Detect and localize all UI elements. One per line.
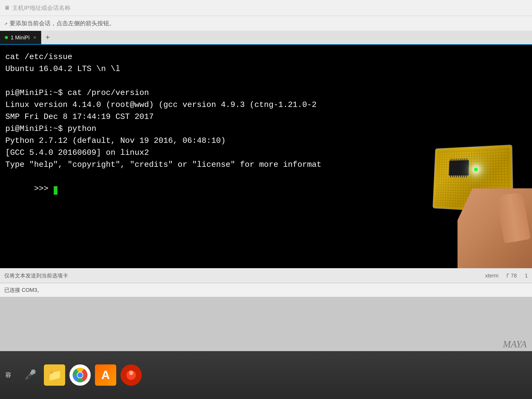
status-left-text: 仅将文本发送到当前选项卡: [4, 272, 68, 279]
hint-text: 要添加当前会话，点击左侧的箭头按钮。: [10, 19, 115, 27]
hardware-overlay: [410, 140, 532, 268]
status-bar: 仅将文本发送到当前选项卡 xterm Γ 78 1: [0, 268, 532, 283]
arrow-icon: ↗: [4, 20, 7, 27]
bottom-status-bar: 已连接 COM3。: [0, 283, 532, 297]
tab-close-button[interactable]: ×: [33, 35, 36, 40]
folder-symbol: 📁: [47, 368, 62, 382]
tab-bar: 1 MiniPi × +: [0, 31, 532, 45]
svg-point-5: [129, 371, 133, 375]
connection-status: 已连接 COM3。: [4, 286, 42, 294]
taskbar: 容 🎤 📁 A: [0, 351, 532, 399]
tab-add-button[interactable]: +: [41, 31, 54, 44]
led-light: [474, 168, 478, 171]
finger: [496, 192, 531, 244]
terminal-line-3: [5, 75, 527, 87]
status-size: Γ 78: [506, 273, 517, 279]
svg-point-2: [77, 372, 83, 378]
maya-watermark: MAYA: [503, 339, 527, 350]
status-encoding: xterm: [485, 273, 498, 279]
host-icon: 🖥: [4, 5, 10, 11]
red-app-svg: [123, 367, 139, 383]
hint-bar: ↗ 要添加当前会话，点击左侧的箭头按钮。: [0, 16, 532, 31]
taskbar-left-label: 容: [5, 371, 11, 379]
status-number: 1: [525, 273, 528, 279]
status-right: xterm Γ 78 1: [485, 273, 528, 279]
taskbar-folder-icon[interactable]: 📁: [44, 364, 65, 386]
tab-status-dot: [5, 36, 8, 39]
terminal-line-1: cat /etc/issue: [5, 51, 527, 63]
host-input-placeholder[interactable]: 主机IP地址或会话名称: [12, 4, 70, 12]
terminal-line-6: SMP Fri Dec 8 17:44:19 CST 2017: [5, 111, 527, 123]
microphone-icon[interactable]: 🎤: [24, 369, 36, 381]
terminal-window[interactable]: cat /etc/issue Ubuntu 16.04.2 LTS \n \l …: [0, 45, 532, 268]
tab-minip[interactable]: 1 MiniPi ×: [0, 31, 41, 44]
chrome-svg: [72, 367, 88, 383]
terminal-cursor: [54, 186, 57, 195]
top-bar: 🖥 主机IP地址或会话名称: [0, 0, 532, 16]
taskbar-font-editor-icon[interactable]: A: [95, 364, 116, 386]
circuit-chip: [449, 160, 469, 176]
font-editor-symbol: A: [101, 368, 110, 382]
taskbar-red-app-icon[interactable]: [120, 364, 142, 386]
hand-area: [458, 188, 532, 268]
terminal-line-5: Linux version 4.14.0 (root@wwd) (gcc ver…: [5, 99, 527, 111]
terminal-line-2: Ubuntu 16.04.2 LTS \n \l: [5, 63, 527, 75]
terminal-line-4: pi@MiniPi:~$ cat /proc/version: [5, 87, 527, 99]
taskbar-chrome-icon[interactable]: [69, 364, 91, 386]
tab-label: 1 MiniPi: [11, 35, 30, 41]
terminal-line-7: pi@MiniPi:~$ python: [5, 123, 527, 135]
